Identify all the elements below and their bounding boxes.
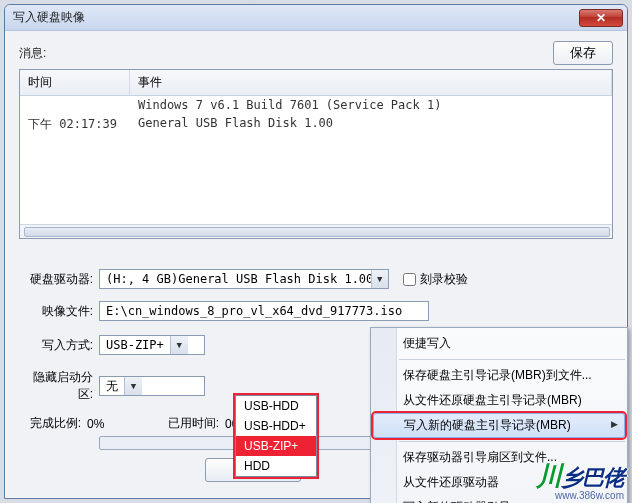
chevron-down-icon[interactable]: ▼ — [371, 270, 388, 288]
hidden-partition-value: 无 — [100, 378, 124, 395]
scrollbar-thumb[interactable] — [24, 227, 610, 237]
menu-separator — [399, 359, 625, 360]
write-method-value: USB-ZIP+ — [100, 338, 170, 352]
close-icon: ✕ — [596, 11, 606, 25]
image-label: 映像文件: — [19, 303, 99, 320]
log-col-time[interactable]: 时间 — [20, 70, 130, 95]
progress-value: 0% — [87, 417, 151, 431]
write-method-label: 写入方式: — [19, 337, 99, 354]
menu-item-write-new-mbr[interactable]: 写入新的硬盘主引导记录(MBR) — [373, 413, 625, 438]
log-time-cell — [20, 96, 130, 114]
log-row: Windows 7 v6.1 Build 7601 (Service Pack … — [20, 96, 612, 114]
chevron-down-icon[interactable]: ▼ — [170, 336, 188, 354]
write-method-dropdown[interactable]: USB-HDD USB-HDD+ USB-ZIP+ HDD — [235, 395, 317, 477]
log-scrollbar[interactable] — [20, 224, 612, 238]
menu-item-quickwrite[interactable]: 便捷写入 — [371, 331, 627, 356]
hidden-partition-combo[interactable]: 无 ▼ — [99, 376, 205, 396]
image-file-value: E:\cn_windows_8_pro_vl_x64_dvd_917773.is… — [106, 304, 402, 318]
watermark-accent: 川 — [536, 461, 561, 491]
write-method-option[interactable]: USB-HDD — [236, 396, 316, 416]
close-button[interactable]: ✕ — [579, 9, 623, 27]
log-row: 下午 02:17:39 General USB Flash Disk 1.00 — [20, 114, 612, 135]
log-panel: 时间 事件 Windows 7 v6.1 Build 7601 (Service… — [19, 69, 613, 239]
write-method-combo[interactable]: USB-ZIP+ ▼ — [99, 335, 205, 355]
log-header: 时间 事件 — [20, 70, 612, 96]
write-method-option[interactable]: USB-HDD+ — [236, 416, 316, 436]
watermark-rest: 乡巴佬 — [561, 465, 624, 490]
elapsed-label: 已用时间: — [157, 415, 219, 432]
write-method-option[interactable]: HDD — [236, 456, 316, 476]
verify-checkbox[interactable]: 刻录校验 — [399, 270, 468, 289]
log-event-cell: General USB Flash Disk 1.00 — [130, 114, 612, 135]
drive-value: (H:, 4 GB)General USB Flash Disk 1.00 — [100, 272, 371, 286]
menu-item-save-mbr[interactable]: 保存硬盘主引导记录(MBR)到文件... — [371, 363, 627, 388]
titlebar: 写入硬盘映像 ✕ — [5, 5, 627, 31]
write-method-option[interactable]: USB-ZIP+ — [236, 436, 316, 456]
log-col-event[interactable]: 事件 — [130, 70, 612, 95]
progress-label: 完成比例: — [19, 415, 81, 432]
drive-combo[interactable]: (H:, 4 GB)General USB Flash Disk 1.00 ▼ — [99, 269, 389, 289]
save-button[interactable]: 保存 — [553, 41, 613, 65]
menu-item-restore-mbr[interactable]: 从文件还原硬盘主引导记录(MBR) — [371, 388, 627, 413]
messages-label: 消息: — [19, 45, 46, 62]
log-rows: Windows 7 v6.1 Build 7601 (Service Pack … — [20, 96, 612, 224]
watermark-text: 川乡巴佬 — [536, 459, 624, 494]
window-title: 写入硬盘映像 — [13, 9, 85, 26]
watermark: 川乡巴佬 www.386w.com — [536, 459, 624, 501]
menu-separator — [399, 441, 625, 442]
verify-label: 刻录校验 — [420, 271, 468, 288]
image-file-input[interactable]: E:\cn_windows_8_pro_vl_x64_dvd_917773.is… — [99, 301, 429, 321]
hidden-partition-label: 隐藏启动分区: — [19, 369, 99, 403]
log-time-cell: 下午 02:17:39 — [20, 114, 130, 135]
chevron-down-icon[interactable]: ▼ — [124, 377, 142, 395]
verify-checkbox-input[interactable] — [403, 273, 416, 286]
log-event-cell: Windows 7 v6.1 Build 7601 (Service Pack … — [130, 96, 612, 114]
drive-label: 硬盘驱动器: — [19, 271, 99, 288]
